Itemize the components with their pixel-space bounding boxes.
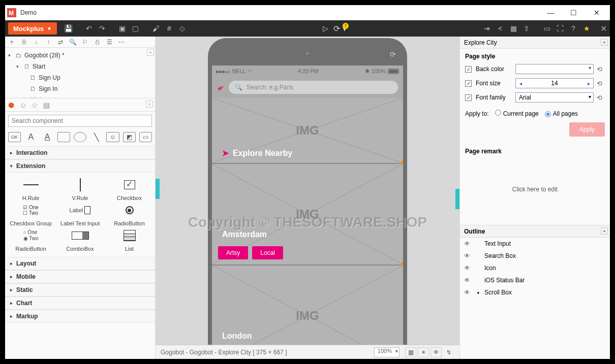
accordion-chart[interactable]: ▸Chart <box>5 296 155 310</box>
radio-current-page[interactable]: Current page <box>495 110 539 117</box>
outline-item[interactable]: 👁Text Input <box>460 238 610 250</box>
star-icon[interactable]: ★ <box>580 22 593 35</box>
tag-local[interactable]: Local <box>252 246 283 259</box>
tab-components-icon[interactable]: ⬢ <box>8 101 14 109</box>
shape-text-icon[interactable]: A <box>24 132 37 142</box>
shape-smile-icon[interactable]: ☺ <box>106 132 119 142</box>
radio-all-pages[interactable]: All pages <box>545 110 578 117</box>
outline-item[interactable]: 👁Search Box <box>460 250 610 262</box>
export-icon[interactable]: ⇥ <box>480 22 494 35</box>
eye-icon[interactable]: 👁 <box>464 252 472 259</box>
comp-hrule[interactable]: H.Rule <box>7 178 54 201</box>
comp-radiobutton[interactable]: RadioButton <box>106 203 153 226</box>
share-icon[interactable]: < <box>494 22 507 35</box>
play-icon[interactable]: ▷ <box>323 24 328 32</box>
panel-close-icon[interactable]: ✕ <box>600 24 607 34</box>
comp-checkbox[interactable]: Checkbox <box>106 178 153 201</box>
group-icon[interactable]: ▣ <box>116 22 129 35</box>
reset-icon[interactable]: ⟲ <box>597 94 605 102</box>
copy-icon[interactable]: ⎘ <box>19 39 28 46</box>
print-icon[interactable]: ⎙ <box>93 39 102 46</box>
tree-collapse-icon[interactable]: « <box>147 49 154 56</box>
add-icon[interactable]: + <box>7 39 16 46</box>
redo-icon[interactable]: ↷ <box>96 22 109 35</box>
fontsize-spinner[interactable]: ◂14▸ <box>515 78 594 88</box>
fullscreen-icon[interactable]: ⛶ <box>554 22 567 35</box>
reset-icon[interactable]: ⟲ <box>597 65 605 73</box>
up-icon[interactable]: ↑ <box>44 39 53 46</box>
tag-artsy[interactable]: Artsy <box>218 246 248 259</box>
left-panel-handle[interactable] <box>156 179 160 199</box>
fontsize-checkbox[interactable]: ✓ <box>465 80 472 87</box>
shape-image-icon[interactable]: ◩ <box>123 132 136 142</box>
outline-item[interactable]: 👁Icon <box>460 262 610 274</box>
rotate-icon[interactable]: ⟳ <box>390 50 396 58</box>
comp-collapse-icon[interactable]: « <box>146 101 153 108</box>
comp-combobox[interactable]: ComboBox <box>56 228 104 252</box>
comp-label-input[interactable]: LabelLabel Text Input <box>56 203 104 226</box>
outline-item[interactable]: 👁iOS Status Bar <box>460 274 610 286</box>
preview-icon[interactable]: 👁 <box>430 347 442 357</box>
remark-editor[interactable]: Click here to edit <box>465 159 605 220</box>
city-amsterdam[interactable]: IMG Amsterdam Artsy Local <box>212 164 403 266</box>
grid4-icon[interactable]: ▦ <box>507 22 520 35</box>
undo-icon[interactable]: ↶ <box>82 22 96 35</box>
accordion-layout[interactable]: ▸Layout <box>5 257 155 270</box>
publish-icon[interactable]: ⇪ <box>520 22 533 35</box>
comp-checkbox-group[interactable]: ☑ One ☐ TwoCheckbox Group <box>7 203 54 226</box>
brand-menu[interactable]: Mockplus▼ <box>8 22 57 35</box>
backcolor-checkbox[interactable]: ✓ <box>465 66 472 73</box>
right-panel-handle[interactable] <box>455 189 459 209</box>
paint-icon[interactable]: 🖌 <box>149 22 163 35</box>
ungroup-icon[interactable]: ▢ <box>129 22 142 35</box>
fontfamily-select[interactable]: Arial <box>515 92 594 103</box>
apply-button[interactable]: Apply <box>569 122 605 137</box>
zoom-select[interactable]: 100% <box>374 347 399 357</box>
accordion-extension[interactable]: ▾Extension <box>5 159 155 173</box>
accordion-static[interactable]: ▸Static <box>5 283 155 296</box>
down-icon[interactable]: ↓ <box>32 39 41 46</box>
more-icon[interactable]: ⋯ <box>117 39 126 46</box>
shape-circle-icon[interactable] <box>74 132 86 142</box>
comp-radio-group[interactable]: ○ One ◉ TwoRadioButton <box>7 228 54 252</box>
comp-list[interactable]: List <box>106 228 153 252</box>
tab-emoji-icon[interactable]: ☺ <box>19 101 26 109</box>
device-icon[interactable]: ▭ <box>540 22 554 35</box>
snap-icon[interactable]: ▦ <box>405 347 416 357</box>
component-search-input[interactable] <box>8 115 152 127</box>
brightness-icon[interactable]: ☀ <box>418 347 429 357</box>
link-icon[interactable]: ⇄ <box>56 39 65 46</box>
shape-line-icon[interactable]: ╲ <box>90 132 103 142</box>
fontfamily-checkbox[interactable]: ✓ <box>465 94 472 101</box>
eye-icon[interactable]: 👁 <box>464 264 472 272</box>
save-icon[interactable]: 💾 <box>62 22 75 35</box>
search-icon[interactable]: 🔍 <box>68 39 77 46</box>
close-button[interactable]: ✕ <box>585 6 608 20</box>
shape-ok-icon[interactable]: OK <box>8 132 21 142</box>
outline-item[interactable]: 👁●Scroll Box <box>460 286 610 299</box>
eye-icon[interactable]: 👁 <box>464 277 472 284</box>
ios-status-bar[interactable]: BELL ⌔ 4:20 PM ✱ 100% <box>212 65 403 77</box>
shape-underline-icon[interactable]: A <box>41 132 53 142</box>
props-collapse-icon[interactable]: » <box>601 39 608 46</box>
shape-battery-icon[interactable]: ▭ <box>139 132 152 142</box>
eye-icon[interactable]: 👁 <box>464 289 472 296</box>
tab-star-icon[interactable]: ☆ <box>32 101 38 109</box>
accordion-mobile[interactable]: ▸Mobile <box>5 270 155 283</box>
comp-vrule[interactable]: V.Rule <box>56 178 104 201</box>
page-tree[interactable]: « ▾🗀Gogobot (28) * ▾🗋Start 🗋Sign Up 🗋Sig… <box>5 48 155 98</box>
tab-widget-icon[interactable]: ▤ <box>43 101 50 109</box>
explore-section[interactable]: IMG ➤Explore Nearby <box>212 98 403 164</box>
eye-icon[interactable]: 👁 <box>464 240 472 247</box>
help-icon[interactable]: ? <box>567 22 580 35</box>
grid-icon[interactable]: # <box>163 22 176 35</box>
accordion-markup[interactable]: ▸Markup <box>5 310 155 323</box>
bucket-icon[interactable]: ◇ <box>176 22 189 35</box>
search-box[interactable]: 🔍 Search: e.g.Paris <box>229 81 398 94</box>
minimize-button[interactable]: — <box>539 6 562 20</box>
maximize-button[interactable]: ☐ <box>562 6 585 20</box>
list-icon[interactable]: ☰ <box>105 39 114 46</box>
flag-icon[interactable]: ⚐ <box>80 39 89 46</box>
backcolor-field[interactable] <box>515 64 594 74</box>
accordion-interaction[interactable]: ▸Interaction <box>5 146 155 159</box>
